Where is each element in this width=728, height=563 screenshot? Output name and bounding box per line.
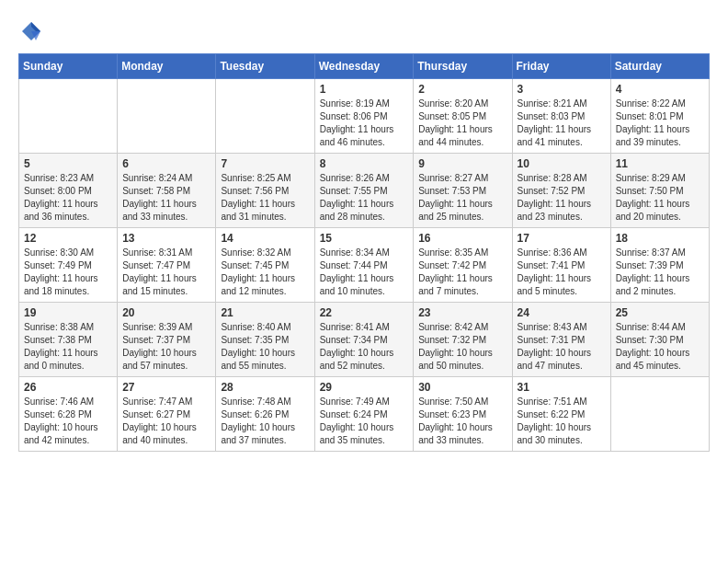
calendar-cell: 9Sunrise: 8:27 AM Sunset: 7:53 PM Daylig… — [414, 154, 512, 228]
day-info: Sunrise: 8:40 AM Sunset: 7:35 PM Dayligh… — [221, 321, 309, 373]
day-info: Sunrise: 8:31 AM Sunset: 7:47 PM Dayligh… — [122, 247, 210, 298]
calendar-cell: 25Sunrise: 8:44 AM Sunset: 7:30 PM Dayli… — [610, 303, 709, 377]
day-info: Sunrise: 8:22 AM Sunset: 8:01 PM Dayligh… — [616, 98, 704, 149]
calendar-cell: 12Sunrise: 8:30 AM Sunset: 7:49 PM Dayli… — [19, 228, 118, 303]
day-number: 25 — [616, 306, 704, 319]
day-number: 24 — [518, 306, 606, 319]
calendar-cell: 4Sunrise: 8:22 AM Sunset: 8:01 PM Daylig… — [610, 79, 709, 154]
calendar-table: SundayMondayTuesdayWednesdayThursdayFrid… — [18, 53, 710, 452]
calendar-cell: 24Sunrise: 8:43 AM Sunset: 7:31 PM Dayli… — [512, 303, 610, 377]
day-number: 20 — [122, 306, 210, 319]
day-number: 18 — [616, 232, 704, 245]
day-info: Sunrise: 8:23 AM Sunset: 8:00 PM Dayligh… — [24, 172, 112, 224]
weekday-header-row: SundayMondayTuesdayWednesdayThursdayFrid… — [19, 54, 710, 79]
calendar-cell: 10Sunrise: 8:28 AM Sunset: 7:52 PM Dayli… — [512, 154, 610, 228]
calendar-cell: 13Sunrise: 8:31 AM Sunset: 7:47 PM Dayli… — [118, 228, 216, 303]
calendar-cell — [118, 79, 216, 154]
calendar-cell: 1Sunrise: 8:19 AM Sunset: 8:06 PM Daylig… — [314, 79, 414, 154]
calendar-cell: 5Sunrise: 8:23 AM Sunset: 8:00 PM Daylig… — [19, 154, 118, 228]
day-number: 16 — [418, 232, 506, 245]
day-number: 13 — [122, 232, 210, 245]
calendar-cell: 8Sunrise: 8:26 AM Sunset: 7:55 PM Daylig… — [314, 154, 414, 228]
day-info: Sunrise: 8:29 AM Sunset: 7:50 PM Dayligh… — [616, 172, 704, 224]
weekday-header-thursday: Thursday — [414, 54, 512, 79]
calendar-cell: 11Sunrise: 8:29 AM Sunset: 7:50 PM Dayli… — [610, 154, 709, 228]
day-info: Sunrise: 8:24 AM Sunset: 7:58 PM Dayligh… — [122, 172, 210, 224]
calendar-cell: 15Sunrise: 8:34 AM Sunset: 7:44 PM Dayli… — [314, 228, 414, 303]
week-row-1: 5Sunrise: 8:23 AM Sunset: 8:00 PM Daylig… — [19, 154, 710, 228]
weekday-header-wednesday: Wednesday — [314, 54, 414, 79]
day-info: Sunrise: 8:42 AM Sunset: 7:32 PM Dayligh… — [418, 321, 506, 373]
day-info: Sunrise: 8:21 AM Sunset: 8:03 PM Dayligh… — [518, 98, 606, 149]
day-number: 26 — [24, 381, 112, 394]
day-number: 27 — [122, 381, 210, 394]
day-number: 14 — [221, 232, 309, 245]
calendar-cell: 18Sunrise: 8:37 AM Sunset: 7:39 PM Dayli… — [610, 228, 709, 303]
calendar-cell: 7Sunrise: 8:25 AM Sunset: 7:56 PM Daylig… — [216, 154, 314, 228]
day-info: Sunrise: 8:43 AM Sunset: 7:31 PM Dayligh… — [518, 321, 606, 373]
day-number: 11 — [616, 157, 704, 170]
header — [18, 18, 710, 44]
day-info: Sunrise: 8:39 AM Sunset: 7:37 PM Dayligh… — [122, 321, 210, 373]
day-number: 30 — [418, 381, 506, 394]
day-number: 7 — [221, 157, 309, 170]
day-number: 8 — [320, 157, 409, 170]
day-number: 28 — [221, 381, 309, 394]
calendar-cell: 30Sunrise: 7:50 AM Sunset: 6:23 PM Dayli… — [414, 377, 512, 452]
weekday-header-tuesday: Tuesday — [216, 54, 314, 79]
day-info: Sunrise: 8:30 AM Sunset: 7:49 PM Dayligh… — [24, 247, 112, 298]
calendar-cell: 3Sunrise: 8:21 AM Sunset: 8:03 PM Daylig… — [512, 79, 610, 154]
day-info: Sunrise: 8:19 AM Sunset: 8:06 PM Dayligh… — [320, 98, 409, 149]
calendar-cell: 28Sunrise: 7:48 AM Sunset: 6:26 PM Dayli… — [216, 377, 314, 452]
day-info: Sunrise: 8:26 AM Sunset: 7:55 PM Dayligh… — [320, 172, 409, 224]
day-info: Sunrise: 8:41 AM Sunset: 7:34 PM Dayligh… — [320, 321, 409, 373]
day-number: 9 — [418, 157, 506, 170]
calendar-cell: 20Sunrise: 8:39 AM Sunset: 7:37 PM Dayli… — [118, 303, 216, 377]
calendar-cell: 16Sunrise: 8:35 AM Sunset: 7:42 PM Dayli… — [414, 228, 512, 303]
calendar-cell: 17Sunrise: 8:36 AM Sunset: 7:41 PM Dayli… — [512, 228, 610, 303]
week-row-2: 12Sunrise: 8:30 AM Sunset: 7:49 PM Dayli… — [19, 228, 710, 303]
calendar-cell — [19, 79, 118, 154]
calendar-cell: 2Sunrise: 8:20 AM Sunset: 8:05 PM Daylig… — [414, 79, 512, 154]
calendar-cell — [216, 79, 314, 154]
day-info: Sunrise: 8:36 AM Sunset: 7:41 PM Dayligh… — [518, 247, 606, 298]
calendar-cell: 21Sunrise: 8:40 AM Sunset: 7:35 PM Dayli… — [216, 303, 314, 377]
day-number: 10 — [518, 157, 606, 170]
logo-icon — [18, 18, 44, 44]
day-number: 15 — [320, 232, 409, 245]
day-info: Sunrise: 8:20 AM Sunset: 8:05 PM Dayligh… — [418, 98, 506, 149]
day-info: Sunrise: 7:50 AM Sunset: 6:23 PM Dayligh… — [418, 396, 506, 447]
logo — [18, 18, 48, 44]
page: SundayMondayTuesdayWednesdayThursdayFrid… — [0, 0, 728, 470]
day-info: Sunrise: 8:25 AM Sunset: 7:56 PM Dayligh… — [221, 172, 309, 224]
calendar-cell — [610, 377, 709, 452]
calendar-cell: 31Sunrise: 7:51 AM Sunset: 6:22 PM Dayli… — [512, 377, 610, 452]
day-number: 5 — [24, 157, 112, 170]
day-number: 6 — [122, 157, 210, 170]
weekday-header-friday: Friday — [512, 54, 610, 79]
day-info: Sunrise: 8:32 AM Sunset: 7:45 PM Dayligh… — [221, 247, 309, 298]
day-number: 1 — [320, 83, 409, 96]
day-number: 19 — [24, 306, 112, 319]
weekday-header-sunday: Sunday — [19, 54, 118, 79]
day-number: 31 — [518, 381, 606, 394]
day-info: Sunrise: 8:28 AM Sunset: 7:52 PM Dayligh… — [518, 172, 606, 224]
day-info: Sunrise: 7:48 AM Sunset: 6:26 PM Dayligh… — [221, 396, 309, 447]
day-number: 2 — [418, 83, 506, 96]
week-row-0: 1Sunrise: 8:19 AM Sunset: 8:06 PM Daylig… — [19, 79, 710, 154]
day-number: 12 — [24, 232, 112, 245]
calendar-cell: 19Sunrise: 8:38 AM Sunset: 7:38 PM Dayli… — [19, 303, 118, 377]
day-number: 21 — [221, 306, 309, 319]
day-number: 3 — [518, 83, 606, 96]
day-number: 4 — [616, 83, 704, 96]
calendar-cell: 29Sunrise: 7:49 AM Sunset: 6:24 PM Dayli… — [314, 377, 414, 452]
day-info: Sunrise: 7:46 AM Sunset: 6:28 PM Dayligh… — [24, 396, 112, 447]
week-row-4: 26Sunrise: 7:46 AM Sunset: 6:28 PM Dayli… — [19, 377, 710, 452]
day-info: Sunrise: 8:34 AM Sunset: 7:44 PM Dayligh… — [320, 247, 409, 298]
day-info: Sunrise: 7:47 AM Sunset: 6:27 PM Dayligh… — [122, 396, 210, 447]
day-number: 29 — [320, 381, 409, 394]
day-info: Sunrise: 8:38 AM Sunset: 7:38 PM Dayligh… — [24, 321, 112, 373]
calendar-cell: 22Sunrise: 8:41 AM Sunset: 7:34 PM Dayli… — [314, 303, 414, 377]
day-number: 23 — [418, 306, 506, 319]
day-info: Sunrise: 7:49 AM Sunset: 6:24 PM Dayligh… — [320, 396, 409, 447]
